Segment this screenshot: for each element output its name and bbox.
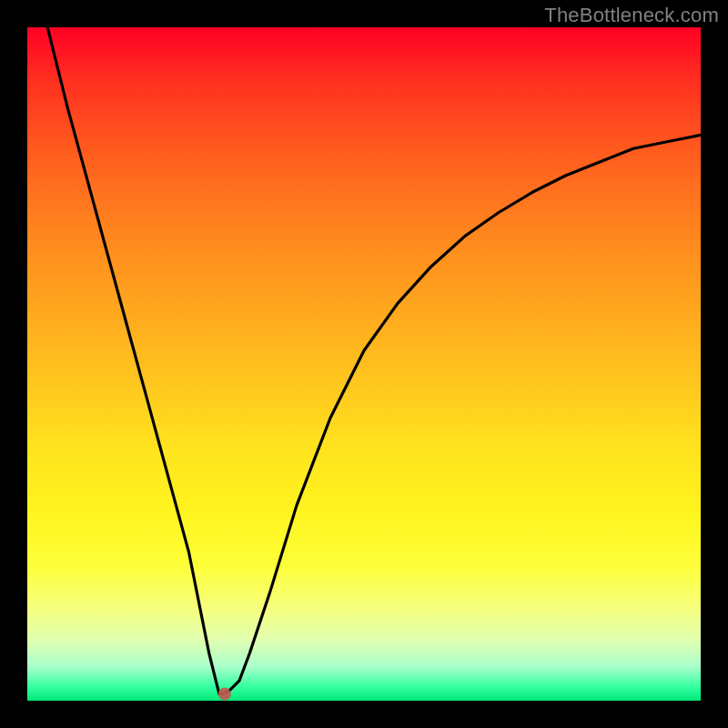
plot-area xyxy=(27,27,701,701)
min-point-marker xyxy=(218,688,231,701)
chart-frame: TheBottleneck.com xyxy=(0,0,728,728)
curve-layer xyxy=(27,27,701,701)
watermark-text: TheBottleneck.com xyxy=(544,4,719,27)
bottleneck-curve xyxy=(47,27,701,694)
